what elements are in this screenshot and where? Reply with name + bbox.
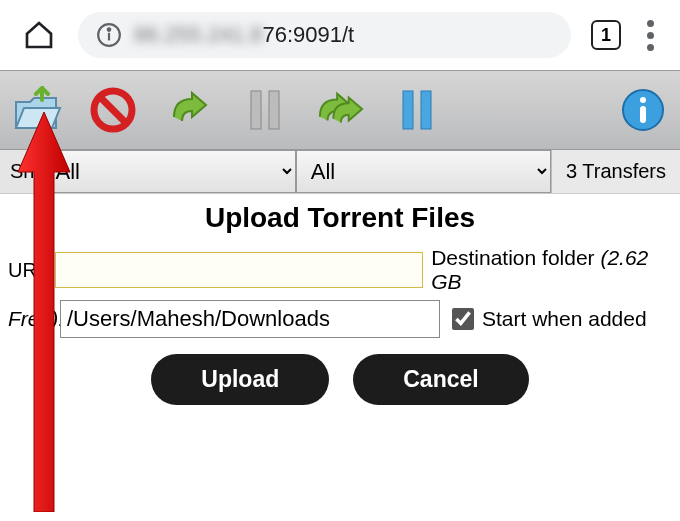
svg-point-11 [640,97,646,103]
svg-rect-5 [251,91,261,129]
upload-button[interactable]: Upload [151,354,329,405]
filter-bar: Sh All All 3 Transfers [0,150,680,194]
url-text: 86.255.241.876:9091/t [134,22,354,48]
free-label: Free): [0,307,56,331]
cancel-button[interactable]: Cancel [353,354,528,405]
svg-rect-6 [269,91,279,129]
svg-rect-8 [421,91,431,129]
show-label: Sh [0,160,40,183]
browser-top-bar: 86.255.241.876:9091/t 1 [0,0,680,70]
url-bar[interactable]: 86.255.241.876:9091/t [78,12,571,58]
svg-line-4 [100,97,126,123]
destination-label: Destination folder (2.62 GB [423,246,680,294]
svg-rect-12 [640,106,646,123]
site-info-icon[interactable] [96,22,122,48]
resume-button[interactable] [164,85,214,135]
open-torrent-button[interactable] [12,85,62,135]
resume-all-button[interactable] [316,85,366,135]
filter-status-select[interactable]: All [40,150,295,193]
url-input[interactable] [55,252,423,288]
info-button[interactable] [618,85,668,135]
svg-rect-7 [403,91,413,129]
app-toolbar [0,70,680,150]
tabs-button[interactable]: 1 [591,20,621,50]
home-button[interactable] [20,16,58,54]
remove-button[interactable] [88,85,138,135]
browser-menu-button[interactable] [641,14,660,57]
svg-point-2 [108,28,111,31]
filter-tracker-select[interactable]: All [296,150,551,193]
transfers-count: 3 Transfers [551,150,680,193]
start-when-added-label: Start when added [482,307,647,331]
url-label: URL [0,259,55,282]
dialog-title: Upload Torrent Files [0,198,680,242]
pause-all-button[interactable] [392,85,442,135]
destination-path-input[interactable] [60,300,440,338]
start-when-added-checkbox[interactable] [452,308,474,330]
pause-button[interactable] [240,85,290,135]
upload-dialog: Upload Torrent Files URL Destination fol… [0,194,680,425]
